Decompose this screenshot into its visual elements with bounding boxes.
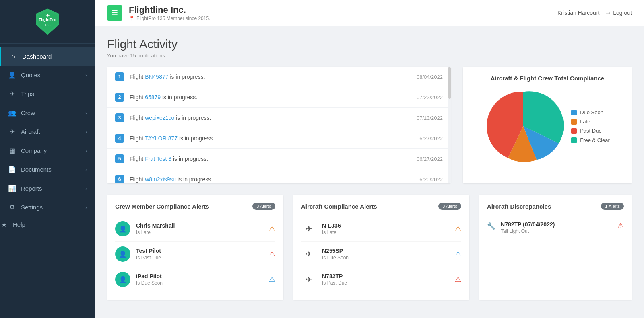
flight-item: 2 Flight 65879 is in progress. 07/22/202…	[107, 87, 451, 108]
documents-icon: 📄	[8, 166, 16, 173]
disc-info: N782TP (07/04/2022) Tail Light Out	[501, 221, 613, 234]
flight-text: Flight 65879 is in progress.	[130, 94, 411, 101]
scrollbar-thumb	[448, 67, 451, 99]
warning-icon: ⚠	[269, 250, 275, 259]
crew-panel-title: Crew Member Compliance Alerts	[115, 203, 209, 210]
aircraft-info: N-LJ36 Is Late	[322, 222, 449, 235]
warning-icon: ⚠	[269, 275, 275, 284]
sidebar-item-aircraft[interactable]: ✈ Aircraft ›	[0, 122, 95, 141]
sidebar-label-dashboard: Dashboard	[22, 53, 52, 60]
flight-text: Flight BN45877 is in progress.	[130, 74, 411, 80]
flight-link[interactable]: 65879	[145, 94, 161, 101]
aircraft-info: N255SP Is Due Soon	[322, 248, 449, 261]
crew-alert-badge: 3 Alerts	[252, 203, 275, 210]
aircraft-alerts-panel: Aircraft Compliance Alerts 3 Alerts ✈ N-…	[293, 195, 469, 300]
flight-item: 6 Flight w8m2xis9su is in progress. 06/2…	[107, 169, 451, 183]
sidebar-item-crew[interactable]: 👥 Crew ›	[0, 103, 95, 122]
header-left: ☰ Flightline Inc. 📍 FlightPro 135 Member…	[107, 5, 210, 21]
flight-date: 06/20/2022	[417, 176, 443, 183]
aircraft-info: N782TP Is Past Due	[322, 273, 449, 286]
sidebar-item-documents[interactable]: 📄 Documents ›	[0, 160, 95, 179]
flight-item: 4 Flight TAYLOR 877 is in progress. 06/2…	[107, 128, 451, 149]
warning-icon: ⚠	[455, 250, 461, 259]
crew-status: Is Past Due	[136, 255, 263, 261]
crew-info: Test Pilot Is Past Due	[136, 248, 263, 261]
chevron-right-icon: ›	[85, 129, 87, 134]
aircraft-alert-item[interactable]: ✈ N782TP Is Past Due ⚠	[301, 267, 461, 292]
flight-number: 3	[115, 113, 124, 122]
wrench-icon: 🔧	[487, 222, 496, 231]
aircraft-icon: ✈	[301, 272, 316, 287]
flight-text: Flight w8m2xis9su is in progress.	[130, 176, 411, 183]
crew-icon: 👥	[8, 109, 16, 117]
sidebar-item-company[interactable]: ▦ Company ›	[0, 141, 95, 160]
sidebar-label-settings: Settings	[21, 204, 43, 211]
disc-name: N782TP (07/04/2022)	[501, 221, 613, 228]
flight-text: Flight Frat Test 3 is in progress.	[130, 156, 411, 162]
company-name: Flightline Inc.	[129, 5, 210, 15]
logout-button[interactable]: ⇥ Log out	[606, 10, 632, 16]
aircraft-panel-title: Aircraft Compliance Alerts	[301, 203, 377, 210]
aircraft-name: N-LJ36	[322, 222, 449, 229]
legend-item: Due Soon	[571, 109, 610, 115]
flight-date: 06/27/2022	[417, 156, 443, 162]
flight-link[interactable]: wepixez1co	[145, 115, 174, 121]
flight-list: 1 Flight BN45877 is in progress. 08/04/2…	[107, 67, 451, 183]
legend-label: Due Soon	[580, 109, 603, 115]
flight-date: 06/27/2022	[417, 135, 443, 142]
flight-link[interactable]: Frat Test 3	[145, 156, 171, 162]
dashboard-icon: ⌂	[9, 53, 17, 60]
flight-number: 2	[115, 93, 124, 102]
sidebar-item-dashboard[interactable]: ⌂ Dashboard	[0, 47, 95, 66]
sidebar-item-help[interactable]: ★ Help	[0, 217, 95, 232]
top-section: 1 Flight BN45877 is in progress. 08/04/2…	[107, 67, 632, 183]
aircraft-icon: ✈	[301, 246, 316, 262]
logo-icon: FlightPro 135 ✈	[33, 7, 62, 36]
menu-button[interactable]: ☰	[107, 5, 122, 21]
settings-icon: ⚙	[8, 203, 16, 211]
disc-alert-badge: 1 Alerts	[601, 203, 624, 210]
aircraft-icon: ✈	[301, 221, 316, 236]
flight-activity-panel: 1 Flight BN45877 is in progress. 08/04/2…	[107, 67, 451, 183]
crew-panel-header: Crew Member Compliance Alerts 3 Alerts	[115, 203, 275, 210]
discrepancies-panel: Aircraft Discrepancies 1 Alerts 🔧 N782TP…	[479, 195, 632, 300]
flight-link[interactable]: BN45877	[145, 74, 168, 80]
crew-alert-item[interactable]: 👤 Test Pilot Is Past Due ⚠	[115, 242, 275, 267]
legend-item: Past Due	[571, 128, 610, 134]
flight-link[interactable]: w8m2xis9su	[145, 176, 176, 183]
chevron-right-icon: ›	[85, 111, 87, 115]
aircraft-alert-item[interactable]: ✈ N-LJ36 Is Late ⚠	[301, 216, 461, 242]
sidebar-item-quotes[interactable]: 👤 Quotes ›	[0, 66, 95, 84]
main-area: ☰ Flightline Inc. 📍 FlightPro 135 Member…	[95, 0, 644, 318]
chevron-right-icon: ›	[85, 148, 87, 153]
sidebar-item-trips[interactable]: ✈ Trips	[0, 84, 95, 103]
header: ☰ Flightline Inc. 📍 FlightPro 135 Member…	[95, 0, 644, 26]
scrollbar	[448, 67, 451, 183]
location-icon: 📍	[129, 16, 135, 21]
crew-status: Is Due Soon	[136, 280, 263, 286]
aircraft-panel-header: Aircraft Compliance Alerts 3 Alerts	[301, 203, 461, 210]
quotes-icon: 👤	[8, 71, 16, 79]
username-label: Kristian Harcourt	[557, 10, 599, 16]
company-icon: ▦	[8, 147, 16, 154]
legend-color	[571, 119, 577, 125]
flight-link[interactable]: TAYLOR 877	[145, 135, 178, 142]
header-company-info: Flightline Inc. 📍 FlightPro 135 Member s…	[129, 5, 210, 21]
aircraft-alert-item[interactable]: ✈ N255SP Is Due Soon ⚠	[301, 242, 461, 267]
chevron-right-icon: ›	[85, 205, 87, 210]
flight-item: 1 Flight BN45877 is in progress. 08/04/2…	[107, 67, 451, 87]
crew-name: iPad Pilot	[136, 273, 263, 279]
svg-text:135: 135	[44, 23, 50, 27]
flight-number: 1	[115, 72, 124, 81]
sidebar-item-settings[interactable]: ⚙ Settings ›	[0, 198, 95, 217]
crew-avatar: 👤	[115, 272, 130, 287]
bottom-section: Crew Member Compliance Alerts 3 Alerts 👤…	[107, 195, 632, 300]
sidebar-item-reports[interactable]: 📊 Reports ›	[0, 179, 95, 198]
chart-legend: Due Soon Late Past Due Free & Clear	[571, 109, 610, 143]
crew-info: iPad Pilot Is Due Soon	[136, 273, 263, 286]
sidebar-label-company: Company	[21, 147, 47, 154]
crew-alert-item[interactable]: 👤 Chris Marshall Is Late ⚠	[115, 216, 275, 242]
crew-alert-item[interactable]: 👤 iPad Pilot Is Due Soon ⚠	[115, 267, 275, 292]
discrepancy-item[interactable]: 🔧 N782TP (07/04/2022) Tail Light Out ⚠	[487, 216, 624, 239]
flight-date: 07/13/2022	[417, 115, 443, 121]
